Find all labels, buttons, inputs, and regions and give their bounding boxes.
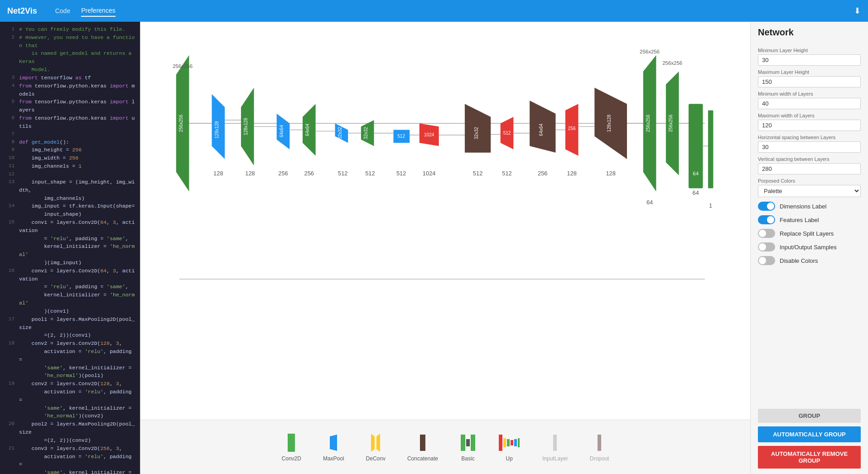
code-line-4: 4 from tensorflow.python.keras import mo…: [0, 82, 140, 98]
legend-basic-shape: [460, 433, 476, 453]
code-text: # You can freely modify this file.: [19, 25, 125, 34]
legend-concatenate-shape: [417, 433, 428, 453]
svg-text:512: 512: [473, 170, 482, 177]
line-num: 3: [4, 74, 14, 82]
proposed-colors-label: Porposed Colors: [758, 178, 861, 184]
svg-text:256: 256: [568, 126, 576, 131]
toggle-knob: [767, 203, 774, 210]
code-text: from tensorflow.python.keras import util…: [19, 114, 136, 131]
code-line-16: 16 conv1 = layers.Conv2D(64, 3, activati…: [0, 267, 140, 315]
io-samples-toggle[interactable]: [758, 242, 775, 252]
max-layer-height-input[interactable]: [758, 76, 861, 87]
code-line-14: 14 img_input = tf.keras.Input(shape= inp…: [0, 202, 140, 218]
svg-text:256x256: 256x256: [640, 49, 660, 54]
line-num: 9: [4, 146, 14, 154]
svg-rect-66: [507, 439, 510, 446]
legend-basic: Basic: [460, 433, 476, 462]
legend-dropout-shape: [597, 433, 602, 453]
max-layer-height-label: Maximum Layer Height: [758, 69, 861, 75]
svg-text:1024: 1024: [424, 132, 434, 137]
svg-rect-70: [553, 435, 557, 451]
line-num: 1: [4, 25, 14, 34]
min-width-label: Minimum width of Layers: [758, 91, 861, 97]
group-button[interactable]: GROUP: [758, 409, 861, 423]
max-width-label: Maximum width of Layers: [758, 113, 861, 118]
code-line-5: 5 from tensorflow.python.keras import la…: [0, 98, 140, 114]
h-spacing-label: Horizontal spacing between Layers: [758, 135, 861, 140]
right-panel: Network Minimum Layer Height Maximum Lay…: [750, 22, 868, 474]
h-spacing-input[interactable]: [758, 141, 861, 153]
legend-conv2d-label: Conv2D: [282, 455, 301, 462]
svg-text:64: 64: [693, 171, 699, 176]
line-num: 19: [4, 380, 14, 420]
disable-colors-label: Disable Colors: [780, 257, 818, 264]
palette-select[interactable]: Palette: [758, 185, 861, 197]
toggle-knob: [759, 243, 766, 251]
svg-text:512: 512: [397, 134, 405, 139]
features-toggle[interactable]: [758, 215, 775, 224]
code-text: img_width = 256: [19, 154, 78, 162]
auto-group-button[interactable]: AUTOMATICALLY GROUP: [758, 426, 861, 442]
svg-text:32x32: 32x32: [474, 127, 479, 140]
svg-text:64x64: 64x64: [305, 123, 310, 136]
v-spacing-input[interactable]: [758, 163, 861, 174]
line-num: 15: [4, 218, 14, 267]
svg-rect-67: [511, 440, 513, 445]
v-spacing-label: Vertical spacing between Layers: [758, 156, 861, 162]
min-layer-height-input[interactable]: [758, 54, 861, 66]
nav-preferences[interactable]: Preferences: [81, 5, 115, 17]
code-line-6: 6 from tensorflow.python.keras import ut…: [0, 114, 140, 131]
dimensions-toggle-row: Dimensions Label: [758, 202, 861, 211]
line-num: 5: [4, 98, 14, 114]
io-samples-toggle-row: Input/Output Samples: [758, 242, 861, 252]
code-text: img_input = tf.keras.Input(shape= input_…: [19, 202, 135, 218]
code-line-13: 13 input_shape = (img_height, img_width,…: [0, 178, 140, 202]
code-line-18: 18 conv2 = layers.Conv2D(128, 3, activat…: [0, 339, 140, 380]
legend-maxpool-shape: [328, 433, 339, 453]
svg-rect-63: [471, 435, 475, 451]
remove-group-button[interactable]: AUTOMATICALLY REMOVE GROUP: [758, 446, 861, 469]
svg-text:128x128: 128x128: [243, 118, 248, 135]
app-header: Net2Vis Code Preferences ⬇: [0, 0, 868, 22]
max-width-input[interactable]: [758, 120, 861, 131]
code-line-11: 11 img_channels = 1: [0, 162, 140, 170]
toggle-knob: [759, 230, 766, 237]
code-line-21: 21 conv3 = layers.Conv2D(256, 3, activat…: [0, 445, 140, 474]
io-samples-label: Input/Output Samples: [780, 244, 837, 251]
features-toggle-row: Features Label: [758, 215, 861, 224]
svg-text:128: 128: [213, 170, 223, 177]
svg-text:1: 1: [709, 202, 712, 209]
code-panel: 1 # You can freely modify this file. 2 #…: [0, 22, 140, 474]
svg-rect-64: [499, 435, 502, 451]
svg-text:64: 64: [646, 199, 653, 206]
panel-title: Network: [758, 27, 861, 38]
svg-text:256x256: 256x256: [178, 115, 183, 132]
line-num: 16: [4, 267, 14, 315]
line-num: 21: [4, 445, 14, 474]
replace-split-toggle[interactable]: [758, 229, 775, 238]
line-num: 18: [4, 339, 14, 380]
code-line-3: 3 import tensorflow as tf: [0, 74, 140, 82]
svg-text:32x32: 32x32: [363, 127, 368, 140]
line-num: 10: [4, 154, 14, 162]
download-icon[interactable]: ⬇: [854, 6, 861, 16]
legend-deconv-shape: [370, 433, 381, 453]
legend-up-label: Up: [506, 455, 512, 462]
svg-text:128: 128: [245, 170, 255, 177]
svg-rect-60: [420, 435, 425, 451]
disable-colors-toggle[interactable]: [758, 256, 775, 265]
svg-text:32x32: 32x32: [338, 127, 342, 140]
code-text: pool1 = layers.MaxPooling2D(pool_size =(…: [19, 315, 136, 339]
dimensions-toggle[interactable]: [758, 202, 775, 211]
code-text: import tensorflow as tf: [19, 74, 91, 82]
code-line-2: 2 # However, you need to have a function…: [0, 34, 140, 74]
code-line-8: 8 def get_model():: [0, 138, 140, 146]
nav-code[interactable]: Code: [55, 5, 70, 16]
code-line-10: 10 img_width = 256: [0, 154, 140, 162]
svg-text:512: 512: [338, 170, 347, 177]
min-width-input[interactable]: [758, 98, 861, 109]
code-line-9: 9 img_height = 256: [0, 146, 140, 154]
line-num: 17: [4, 315, 14, 339]
legend-dropout-label: Dropout: [590, 455, 609, 462]
svg-rect-68: [514, 439, 517, 446]
